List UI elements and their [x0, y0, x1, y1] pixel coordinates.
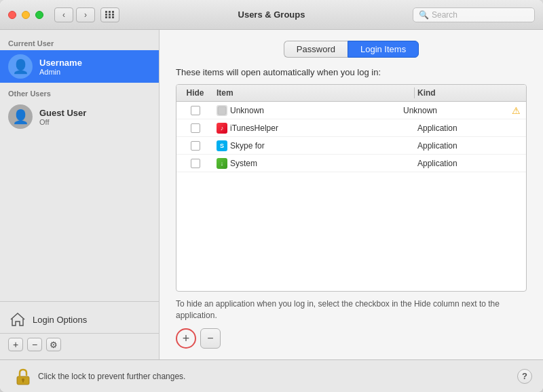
row-item-name-2: Skype for [230, 141, 265, 151]
guest-user-item[interactable]: 👤 Guest User Off [0, 100, 159, 133]
app-icon-unknown [217, 105, 227, 116]
hide-checkbox-0[interactable] [191, 106, 200, 115]
current-user-avatar-icon: 👤 [12, 58, 29, 75]
col-header-item: Item [214, 88, 414, 98]
search-bar[interactable]: 🔍 [413, 7, 535, 22]
hint-text: To hide an application when you log in, … [176, 298, 527, 321]
table-actions: + − [176, 328, 527, 349]
table-row: S Skype for Application [176, 137, 526, 155]
grid-button[interactable] [100, 7, 119, 22]
search-input[interactable] [432, 10, 529, 20]
window: ‹ › Users & Groups 🔍 Current User 👤 [0, 0, 543, 392]
table-row: ♪ iTunesHelper Application [176, 119, 526, 137]
gear-button[interactable]: ⚙ [46, 338, 61, 351]
items-table: Hide Item Kind [176, 84, 527, 292]
nav-buttons: ‹ › [54, 7, 95, 22]
login-options-button[interactable]: Login Options [0, 306, 159, 333]
minimize-button[interactable] [22, 11, 30, 19]
remove-user-button[interactable]: − [27, 338, 42, 351]
guest-user-name: Guest User [39, 108, 86, 118]
sidebar: Current User 👤 Username Admin Other User… [0, 30, 160, 359]
sidebar-footer: Login Options + − ⚙ [0, 301, 159, 359]
sidebar-content: Current User 👤 Username Admin Other User… [0, 30, 159, 301]
titlebar: ‹ › Users & Groups 🔍 [0, 0, 543, 30]
window-title: Users & Groups [238, 9, 305, 20]
guest-user-info: Guest User Off [39, 108, 86, 126]
row-kind-cell-1: Application [417, 123, 526, 133]
col-header-hide: Hide [176, 88, 214, 98]
guest-user-avatar: 👤 [8, 104, 33, 129]
svg-rect-0 [218, 106, 226, 115]
add-user-button[interactable]: + [8, 338, 23, 351]
current-user-name: Username [39, 58, 82, 68]
table-row: Unknown Unknown ⚠ [176, 102, 526, 119]
current-user-item[interactable]: 👤 Username Admin [0, 50, 159, 83]
row-item-name-0: Unknown [230, 106, 264, 115]
lock-button[interactable] [11, 364, 35, 389]
app-icon-system: ↓ [217, 158, 227, 169]
hide-checkbox-3[interactable] [191, 159, 200, 168]
traffic-lights [8, 11, 43, 19]
warning-icon-0: ⚠ [512, 105, 521, 116]
row-item-name-3: System [230, 159, 257, 168]
hide-checkbox-1[interactable] [191, 123, 200, 133]
help-button[interactable]: ? [517, 369, 532, 384]
house-icon [8, 310, 27, 329]
lock-text: Click the lock to prevent further change… [38, 372, 185, 381]
row-item-name-1: iTunesHelper [230, 123, 278, 133]
row-item-cell-1: ♪ iTunesHelper [214, 123, 417, 134]
tab-bar: Password Login Items [176, 41, 527, 58]
current-user-info: Username Admin [39, 58, 82, 76]
tab-password[interactable]: Password [284, 41, 348, 58]
maximize-button[interactable] [35, 11, 43, 19]
svg-rect-3 [22, 380, 24, 383]
login-options-label: Login Options [33, 315, 87, 325]
other-users-label: Other Users [0, 87, 159, 100]
col-divider [414, 87, 415, 98]
col-header-kind: Kind [417, 88, 526, 98]
current-user-role: Admin [39, 68, 82, 76]
row-hide-cell [176, 159, 214, 168]
lock-icon [14, 367, 33, 386]
back-button[interactable]: ‹ [54, 7, 73, 22]
table-row: ↓ System Application [176, 155, 526, 172]
add-login-item-button[interactable]: + [176, 328, 196, 349]
row-kind-cell-3: Application [417, 159, 526, 168]
app-icon-itunes: ♪ [217, 123, 227, 134]
table-body: Unknown Unknown ⚠ ♪ [176, 102, 526, 237]
content-area: Current User 👤 Username Admin Other User… [0, 30, 543, 359]
hide-checkbox-2[interactable] [191, 141, 200, 151]
app-icon-skype: S [217, 140, 227, 151]
grid-icon [105, 11, 115, 18]
forward-button[interactable]: › [76, 7, 95, 22]
sidebar-actions: + − ⚙ [0, 333, 159, 355]
row-hide-cell [176, 106, 214, 115]
current-user-label: Current User [0, 37, 159, 50]
row-kind-cell-0: Unknown [403, 106, 512, 115]
tab-login-items[interactable]: Login Items [348, 41, 419, 58]
remove-login-item-button[interactable]: − [200, 328, 221, 349]
row-hide-cell [176, 123, 214, 133]
close-button[interactable] [8, 11, 16, 19]
main-panel: Password Login Items These items will op… [160, 30, 543, 359]
gear-icon: ⚙ [50, 340, 58, 350]
panel-description: These items will open automatically when… [176, 67, 527, 77]
bottom-bar: Click the lock to prevent further change… [0, 359, 543, 392]
table-header: Hide Item Kind [176, 85, 526, 102]
guest-user-avatar-icon: 👤 [12, 109, 29, 125]
row-kind-cell-2: Application [417, 141, 526, 151]
search-icon: 🔍 [419, 10, 429, 20]
row-hide-cell [176, 141, 214, 151]
row-item-cell-0: Unknown [214, 105, 403, 116]
row-item-cell-3: ↓ System [214, 158, 417, 169]
row-item-cell-2: S Skype for [214, 140, 417, 151]
guest-user-role: Off [39, 118, 86, 126]
current-user-avatar: 👤 [8, 54, 33, 79]
